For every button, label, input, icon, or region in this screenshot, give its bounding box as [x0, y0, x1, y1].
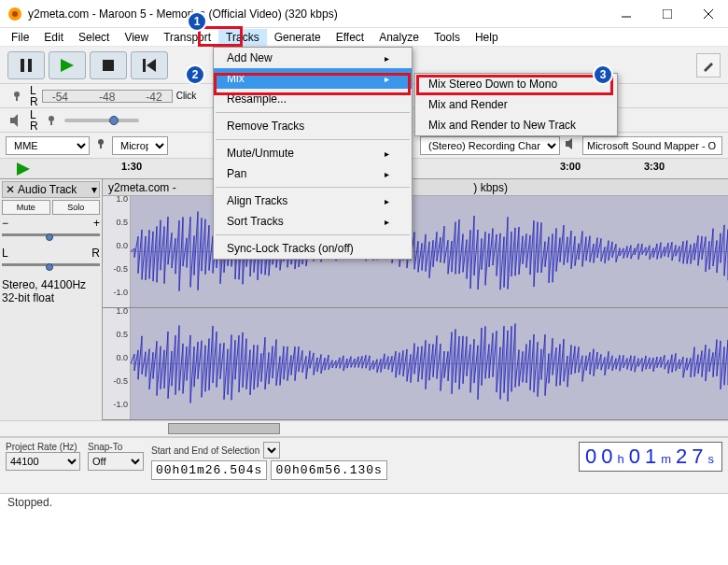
menu-tools[interactable]: Tools [427, 29, 468, 46]
mute-button[interactable]: Mute [2, 200, 50, 215]
selection-end[interactable]: 00h06m56.130s [271, 460, 386, 480]
rec-ch-r: R [30, 96, 38, 107]
rec-volume-slider[interactable] [64, 113, 139, 128]
svg-point-15 [49, 116, 54, 121]
menu-file[interactable]: File [4, 29, 36, 46]
pan-slider[interactable] [2, 263, 100, 275]
rec-meter-hint: Click [176, 91, 197, 101]
rec-ch-l: L [30, 85, 38, 96]
clip-title-suffix: ) kbps) [473, 181, 508, 194]
track-depth: 32-bit float [2, 291, 100, 304]
status-text: Stopped. [7, 496, 52, 509]
svg-marker-14 [10, 114, 18, 127]
tracks-menu: Add NewMixResample...Remove TracksMute/U… [213, 47, 413, 260]
play-button[interactable] [49, 51, 86, 79]
mic-device-icon [95, 138, 106, 152]
menu-generate[interactable]: Generate [267, 29, 329, 46]
clip-title: y2meta.com - [108, 181, 176, 194]
rec-device-select[interactable]: Microph [112, 136, 168, 155]
svg-marker-34 [17, 162, 30, 176]
skip-start-button[interactable] [131, 51, 168, 79]
svg-marker-11 [147, 59, 156, 72]
menu-tracks[interactable]: Tracks [218, 29, 267, 46]
track-name: Audio Track [18, 183, 90, 196]
track-menu-chevron-icon[interactable]: ▾ [91, 183, 97, 196]
svg-marker-8 [61, 59, 74, 72]
waveform-left-channel[interactable]: 1.00.50.0-0.5-1.0 [103, 196, 728, 308]
tracks-menu-align-tracks[interactable]: Align Tracks [214, 191, 412, 211]
window-title: y2meta.com - Maroon 5 - Memories (Offici… [28, 7, 614, 21]
svg-rect-10 [143, 59, 146, 72]
waveform-right-channel[interactable]: 1.00.50.0-0.5-1.0 [103, 308, 728, 420]
play-cursor-icon [17, 162, 30, 176]
track-close-button[interactable]: ✕ [5, 183, 16, 196]
selection-start[interactable]: 00h01m26.504s [151, 460, 267, 480]
play-ch-r: R [30, 120, 38, 132]
svg-point-31 [98, 139, 104, 145]
svg-rect-32 [100, 145, 102, 148]
mix-menu-mix-and-render-to-new-track[interactable]: Mix and Render to New Track [415, 115, 617, 135]
tracks-menu-mute-unmute[interactable]: Mute/Unmute [214, 143, 412, 163]
audio-host-select[interactable]: MME [6, 136, 90, 155]
menu-effect[interactable]: Effect [329, 29, 371, 46]
app-logo-icon [7, 7, 22, 21]
tracks-menu-resample-[interactable]: Resample... [214, 89, 412, 109]
svg-rect-9 [103, 60, 114, 71]
svg-rect-6 [21, 59, 24, 72]
menu-analyze[interactable]: Analyze [371, 29, 427, 46]
gain-slider[interactable] [2, 233, 100, 245]
track-control-panel: ✕ Audio Track ▾ Mute Solo −+ L R Stereo,… [0, 179, 103, 420]
tracks-menu-add-new[interactable]: Add New [214, 48, 412, 68]
rate-label: Project Rate (Hz) [6, 442, 80, 452]
svg-rect-16 [50, 121, 52, 125]
tracks-menu-remove-tracks[interactable]: Remove Tracks [214, 116, 412, 136]
mix-menu-mix-and-render[interactable]: Mix and Render [415, 94, 617, 115]
tracks-menu-pan[interactable]: Pan [214, 163, 412, 184]
menu-help[interactable]: Help [468, 29, 506, 46]
rec-meter[interactable]: -54 -48 -42 [42, 90, 173, 103]
play-ch-l: L [30, 109, 38, 120]
mix-menu-mix-stereo-down-to-mono[interactable]: Mix Stereo Down to Mono [415, 74, 617, 94]
track-format: Stereo, 44100Hz [2, 278, 100, 291]
mic-vol-icon [42, 111, 61, 130]
annotation-badge-2: 2 [185, 64, 205, 85]
menu-transport[interactable]: Transport [156, 29, 218, 46]
tracks-menu-sync-lock-tracks-on-off-[interactable]: Sync-Lock Tracks (on/off) [214, 238, 412, 259]
menu-edit[interactable]: Edit [36, 29, 71, 46]
svg-point-12 [14, 92, 20, 97]
selection-mode-select[interactable] [263, 442, 280, 459]
menu-view[interactable]: View [117, 29, 156, 46]
mic-icon [7, 87, 26, 106]
waveform-area[interactable]: y2meta.com - ) kbps) 1.00.50.0-0.5-1.0 1… [103, 179, 728, 420]
snap-select[interactable]: Off [88, 452, 144, 471]
svg-point-1 [12, 11, 18, 17]
solo-button[interactable]: Solo [52, 200, 101, 215]
selection-label: Start and End of Selection [151, 445, 259, 456]
horizontal-scrollbar[interactable] [0, 420, 728, 437]
stop-button[interactable] [90, 51, 127, 79]
annotation-badge-3: 3 [593, 64, 613, 85]
svg-rect-7 [28, 59, 32, 72]
annotation-badge-1: 1 [187, 11, 207, 32]
project-rate-select[interactable]: 44100 [6, 452, 80, 471]
mix-submenu: Mix Stereo Down to MonoMix and RenderMix… [414, 73, 618, 136]
pause-button[interactable] [7, 51, 45, 79]
svg-rect-13 [16, 97, 18, 101]
tracks-menu-mix[interactable]: Mix [214, 68, 412, 89]
speaker-icon [7, 111, 26, 130]
snap-label: Snap-To [88, 442, 144, 452]
tracks-menu-sort-tracks[interactable]: Sort Tracks [214, 211, 412, 232]
menu-select[interactable]: Select [71, 29, 117, 46]
